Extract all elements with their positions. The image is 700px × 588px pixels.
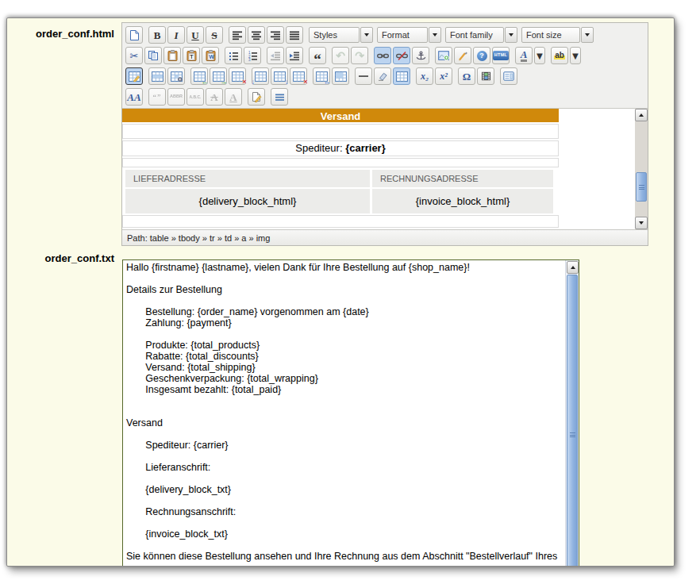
insert-template-button[interactable] [500, 67, 517, 85]
underline-button[interactable]: U [187, 26, 204, 44]
anchor-icon [414, 49, 428, 63]
blockquote-button[interactable]: “ [309, 47, 326, 64]
font-size-select-arrow-icon [581, 27, 594, 43]
italic-icon: I [170, 29, 183, 42]
editor-scrollbar[interactable] [635, 109, 648, 229]
text-color-menu-button[interactable]: ▼ [534, 47, 545, 64]
link-button[interactable] [374, 47, 391, 64]
subscript-icon: x₂ [418, 70, 432, 83]
remove-format-button[interactable] [374, 67, 391, 85]
font-family-select-arrow-icon [505, 27, 517, 43]
abbreviation-button: ABBR [167, 88, 185, 106]
scrollbar-grip-icon [639, 185, 644, 190]
styles-select[interactable]: Styles [309, 27, 373, 43]
justify-full-icon [288, 29, 302, 42]
plain-text-field-wrapper: Hallo {firstname} {lastname}, vielen Dan… [122, 259, 579, 567]
email-content-editable-area[interactable]: Versand Spediteur: {carrier} LIEFERADRES… [122, 108, 648, 229]
highlight-color-button[interactable]: ab [551, 47, 568, 64]
textarea-scroll-up-button[interactable] [567, 261, 579, 274]
scrollbar-grip-icon [570, 432, 575, 437]
insert-column-before-icon: ↓ [254, 70, 267, 83]
merge-cells-button[interactable] [332, 67, 349, 85]
anchor-button[interactable] [412, 47, 429, 64]
rich-text-editor: BIUSStylesFormatFont familyFont size✂TW1… [121, 22, 648, 246]
format-select[interactable]: Format [377, 27, 441, 43]
insert-table-button[interactable] [125, 67, 143, 85]
visual-aid-button[interactable] [393, 67, 410, 85]
textarea-scrollbar-thumb[interactable] [567, 275, 578, 567]
font-family-select[interactable]: Font family [445, 27, 517, 43]
insert-column-before-button[interactable]: ↓ [252, 67, 269, 85]
insert-column-after-button[interactable]: ↓ [271, 67, 288, 85]
element-path: Path: table » tbody » tr » td » a » img [127, 233, 270, 243]
svg-text:W: W [209, 54, 214, 60]
cut-icon: ✂ [128, 49, 141, 63]
undo-button: ↶ [332, 47, 349, 64]
split-cells-button[interactable]: ↔ [313, 67, 330, 85]
paste-word-button[interactable]: W [202, 47, 219, 64]
paste-icon [166, 49, 179, 63]
insert-media-button[interactable] [477, 67, 494, 85]
insert-row-after-icon: → [212, 70, 225, 83]
insert-image-button[interactable] [435, 47, 452, 64]
font-size-select[interactable]: Font size [521, 27, 594, 43]
outdent-icon [269, 49, 283, 63]
delete-column-button[interactable]: × [290, 67, 307, 85]
insert-table-icon [128, 70, 141, 83]
citation-icon: “” [151, 90, 164, 104]
justify-left-button[interactable] [229, 26, 246, 44]
paste-button[interactable] [163, 47, 181, 64]
delete-row-button[interactable]: × [229, 67, 246, 85]
unlink-icon [395, 49, 409, 63]
cleanup-icon [456, 49, 470, 63]
remove-format-icon [376, 70, 390, 83]
invoice-address-column: RECHNUNGSADRESSE {invoice_block_html} [372, 170, 553, 213]
table-row-properties-button[interactable] [148, 67, 166, 85]
indent-icon [288, 49, 302, 63]
delivery-address-header: LIEFERADRESSE [125, 170, 370, 187]
insert-row-before-button[interactable]: ← [190, 67, 208, 85]
email-carrier-row: Spediteur: {carrier} [122, 140, 559, 156]
attributes-button[interactable] [248, 88, 265, 106]
justify-center-button[interactable] [248, 26, 265, 44]
style-properties-button[interactable]: AA [125, 88, 143, 106]
page-break-button[interactable] [271, 88, 288, 106]
highlight-color-menu-button[interactable]: ▼ [570, 47, 581, 64]
cut-button[interactable]: ✂ [125, 47, 143, 64]
text-color-menu-icon: ▼ [535, 49, 545, 63]
insert-row-after-button[interactable]: → [210, 67, 227, 85]
editor-scrollbar-thumb[interactable] [636, 172, 647, 202]
justify-full-button[interactable] [286, 26, 303, 44]
bold-button[interactable]: B [148, 26, 166, 44]
table-cell-properties-button[interactable] [167, 67, 185, 85]
format-select-value: Format [377, 27, 428, 43]
numbered-list-button[interactable]: 123 [244, 47, 261, 64]
html-source-button[interactable]: HTML [492, 47, 510, 64]
horizontal-rule-button[interactable] [355, 67, 372, 85]
textarea-scrollbar[interactable] [565, 260, 579, 567]
email-section-title-bar: Versand [122, 109, 559, 122]
indent-button[interactable] [286, 47, 303, 64]
order-conf-txt-textarea[interactable]: Hallo {firstname} {lastname}, vielen Dan… [123, 260, 565, 567]
text-color-button[interactable]: A [515, 47, 533, 64]
unlink-button[interactable] [393, 47, 410, 64]
cleanup-button[interactable] [454, 47, 471, 64]
italic-button[interactable]: I [167, 26, 185, 44]
special-character-button[interactable]: Ω [458, 67, 475, 85]
insert-row-before-icon: ← [193, 70, 206, 83]
scroll-up-button[interactable] [635, 109, 648, 121]
strikethrough-button[interactable]: S [206, 26, 223, 44]
copy-button[interactable] [144, 47, 162, 64]
subscript-button[interactable]: x₂ [416, 67, 433, 85]
help-button[interactable]: ? [473, 47, 490, 64]
new-document-button[interactable] [125, 26, 143, 44]
superscript-button[interactable]: x² [435, 67, 452, 85]
paste-text-button[interactable]: T [183, 47, 200, 64]
superscript-icon: x² [437, 70, 451, 83]
scroll-down-button[interactable] [635, 217, 648, 229]
bullet-list-button[interactable] [225, 47, 242, 64]
justify-right-button[interactable] [267, 26, 284, 44]
bullet-list-icon [227, 49, 240, 63]
carrier-placeholder: {carrier} [345, 142, 386, 154]
acronym-icon: A.B.C. [189, 90, 202, 104]
